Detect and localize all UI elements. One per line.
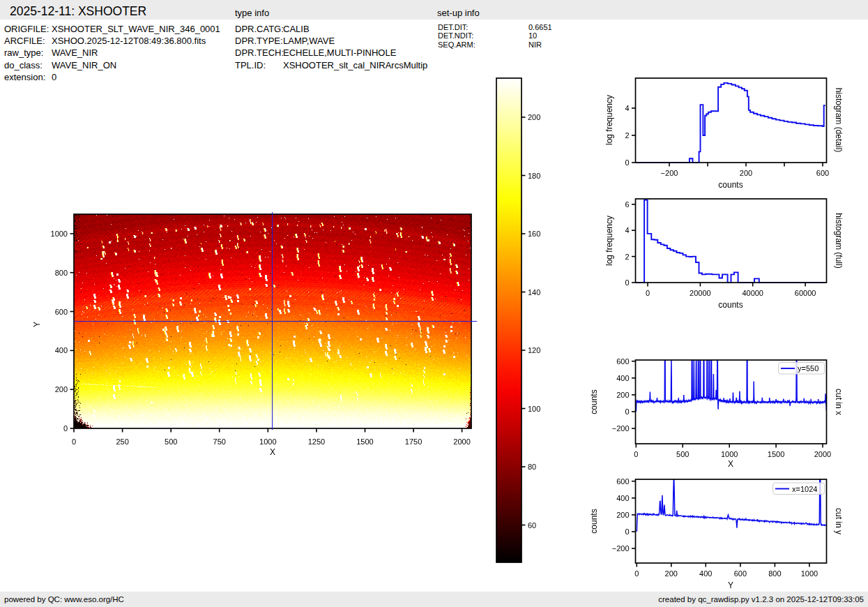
svg-text:−200: −200	[661, 169, 678, 177]
svg-text:1500: 1500	[356, 437, 373, 446]
svg-text:600: 600	[616, 357, 629, 366]
svg-text:200: 200	[55, 385, 68, 394]
svg-text:0: 0	[625, 407, 629, 416]
svg-text:160: 160	[528, 230, 540, 238]
svg-text:800: 800	[768, 569, 781, 578]
svg-text:0: 0	[646, 289, 650, 297]
svg-text:750: 750	[213, 437, 226, 446]
svg-text:0: 0	[625, 278, 629, 287]
svg-text:0: 0	[634, 569, 639, 578]
svg-text:600: 600	[55, 308, 68, 316]
svg-text:200: 200	[528, 113, 540, 121]
svg-text:−200: −200	[612, 544, 630, 553]
svg-text:60000: 60000	[795, 289, 816, 297]
svg-text:400: 400	[616, 374, 629, 382]
svg-text:0: 0	[625, 158, 629, 167]
svg-text:40000: 40000	[742, 289, 763, 297]
svg-text:1000: 1000	[801, 569, 818, 578]
svg-text:2: 2	[625, 253, 629, 261]
svg-text:0: 0	[63, 424, 68, 433]
svg-text:600: 600	[816, 169, 829, 177]
svg-text:80: 80	[528, 463, 536, 471]
svg-text:1000: 1000	[259, 437, 276, 446]
svg-text:250: 250	[116, 437, 128, 446]
svg-text:400: 400	[699, 569, 712, 578]
svg-text:histogram (detail): histogram (detail)	[834, 88, 844, 153]
svg-text:X: X	[728, 459, 733, 469]
svg-text:140: 140	[528, 288, 540, 297]
svg-text:0: 0	[72, 437, 76, 446]
svg-text:1500: 1500	[768, 450, 784, 458]
svg-text:4: 4	[625, 226, 629, 234]
svg-text:20000: 20000	[690, 289, 711, 297]
svg-text:y=550: y=550	[798, 364, 818, 373]
svg-text:counts: counts	[589, 509, 599, 533]
svg-text:0: 0	[634, 450, 638, 458]
svg-text:counts: counts	[718, 180, 743, 190]
svg-text:400: 400	[616, 494, 629, 502]
svg-text:1750: 1750	[405, 437, 422, 446]
svg-text:180: 180	[528, 172, 540, 180]
svg-text:counts: counts	[589, 389, 599, 414]
svg-text:cut in x: cut in x	[834, 389, 844, 415]
svg-text:120: 120	[528, 346, 540, 354]
svg-text:Y: Y	[728, 580, 733, 590]
svg-text:200: 200	[740, 169, 752, 177]
svg-text:Y: Y	[32, 322, 42, 327]
svg-text:1250: 1250	[308, 437, 325, 446]
svg-text:800: 800	[55, 269, 68, 277]
svg-text:200: 200	[665, 569, 678, 578]
svg-text:2000: 2000	[814, 450, 831, 458]
svg-text:200: 200	[616, 511, 629, 519]
svg-text:100: 100	[528, 405, 540, 413]
svg-text:2: 2	[625, 131, 629, 140]
svg-text:1000: 1000	[51, 230, 68, 238]
svg-text:500: 500	[676, 450, 689, 458]
svg-text:400: 400	[55, 346, 68, 354]
svg-text:200: 200	[616, 391, 629, 399]
svg-text:0: 0	[625, 527, 629, 536]
svg-text:60: 60	[528, 521, 536, 530]
svg-text:1000: 1000	[721, 450, 738, 458]
svg-text:histogram (full): histogram (full)	[834, 213, 844, 268]
svg-text:x=1024: x=1024	[792, 485, 817, 493]
svg-text:2000: 2000	[453, 437, 470, 446]
svg-text:600: 600	[616, 477, 629, 486]
svg-text:X: X	[270, 447, 275, 457]
svg-text:−200: −200	[612, 424, 630, 433]
svg-text:600: 600	[734, 569, 747, 578]
svg-text:6: 6	[625, 200, 629, 209]
svg-text:500: 500	[165, 437, 177, 446]
svg-text:4: 4	[625, 104, 629, 112]
svg-text:cut in y: cut in y	[834, 508, 844, 534]
svg-text:log frequency: log frequency	[604, 216, 614, 266]
svg-text:counts: counts	[718, 300, 743, 310]
svg-text:log frequency: log frequency	[604, 95, 614, 145]
